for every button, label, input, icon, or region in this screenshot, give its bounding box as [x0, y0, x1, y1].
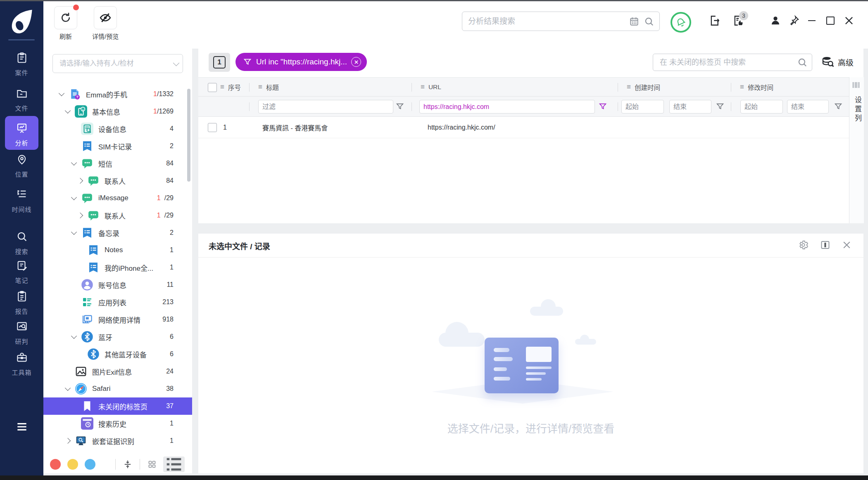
- tag-red-dot[interactable]: [50, 459, 61, 470]
- detail-preview-button[interactable]: 详情/预览: [92, 6, 119, 40]
- funnel-icon[interactable]: [395, 102, 404, 111]
- tree-node[interactable]: 我的iPhone全...1: [43, 259, 192, 276]
- chevron-right-icon[interactable]: [77, 213, 83, 218]
- collapse-all-button[interactable]: [121, 458, 134, 471]
- tree-node[interactable]: 其他蓝牙设备6: [43, 345, 192, 363]
- table-search-input[interactable]: [659, 58, 797, 67]
- sidebar-item-research[interactable]: 研判: [0, 320, 43, 345]
- document-review-icon: 3: [732, 15, 744, 26]
- export-report-button[interactable]: [708, 14, 722, 28]
- tree-scrollbar[interactable]: [187, 89, 190, 182]
- close-panel-icon[interactable]: [841, 239, 854, 252]
- search-icon[interactable]: [644, 16, 654, 27]
- menu-button[interactable]: [0, 420, 43, 433]
- tree-node[interactable]: Notes1: [43, 241, 192, 259]
- column-header-4[interactable]: ≡创建时间: [627, 78, 660, 96]
- drag-grip-icon[interactable]: [853, 82, 859, 88]
- chevron-down-icon[interactable]: [71, 333, 77, 339]
- column-menu-icon: ≡: [740, 83, 744, 91]
- sidebar-item-report[interactable]: 报告: [0, 290, 43, 315]
- minimize-button[interactable]: [805, 14, 819, 28]
- advanced-search-button[interactable]: 高级: [821, 55, 854, 69]
- search-icon[interactable]: [797, 57, 808, 68]
- tree-node[interactable]: Safari38: [43, 380, 192, 397]
- select-all-checkbox[interactable]: [208, 83, 217, 92]
- column-filter-input[interactable]: [258, 100, 393, 113]
- tree-node[interactable]: 联系人84: [43, 172, 192, 189]
- column-settings-label[interactable]: 设置列: [852, 96, 863, 123]
- review-button[interactable]: 3: [731, 14, 745, 28]
- column-header-3[interactable]: ≡URL: [421, 78, 441, 96]
- remove-filter-icon[interactable]: [351, 57, 361, 67]
- tree-node[interactable]: 设备信息4: [43, 120, 192, 137]
- column-header-5[interactable]: ≡修改时间: [740, 78, 773, 96]
- close-window-button[interactable]: [842, 14, 856, 28]
- tree-node[interactable]: SIM卡记录2: [43, 137, 192, 155]
- grid-view-button[interactable]: [146, 458, 158, 471]
- active-filter-tag[interactable]: Url inc "https://racing.hkj...: [235, 53, 367, 71]
- split-panel-icon[interactable]: [820, 239, 832, 252]
- sidebar-item-files[interactable]: 文件: [0, 87, 43, 112]
- row-checkbox[interactable]: [208, 123, 217, 132]
- tag-blue-dot[interactable]: [85, 459, 95, 470]
- tree-node[interactable]: 嵌套证据识别1: [43, 432, 192, 449]
- chevron-down-icon[interactable]: [71, 229, 77, 235]
- sidebar-item-toolbox[interactable]: 工具箱: [0, 351, 43, 376]
- funnel-icon[interactable]: [716, 102, 725, 111]
- url-filter-input[interactable]: [419, 100, 595, 113]
- chevron-right-icon[interactable]: [77, 178, 83, 184]
- pin-window-button[interactable]: [787, 14, 801, 28]
- tree-node[interactable]: 蓝牙6: [43, 328, 192, 345]
- tag-yellow-dot[interactable]: [67, 459, 78, 470]
- column-header-1[interactable]: ≡序号: [220, 78, 241, 96]
- maximize-button[interactable]: [823, 14, 837, 28]
- filter-count-badge[interactable]: 1: [209, 53, 230, 72]
- owner-select[interactable]: [52, 54, 183, 73]
- tree-node[interactable]: 图片Exif信息24: [43, 363, 192, 380]
- list-view-button[interactable]: [163, 456, 185, 472]
- table-row[interactable]: 1賽馬資訊 - 香港賽馬會https://racing.hkjc.com/: [198, 117, 849, 138]
- tree-node[interactable]: 短信84: [43, 155, 192, 172]
- tree-node[interactable]: i基本信息1/1269: [43, 103, 192, 120]
- chevron-down-icon[interactable]: [65, 385, 71, 391]
- refresh-button[interactable]: 刷新: [54, 6, 77, 40]
- tree-node[interactable]: 网络使用详情918: [43, 311, 192, 328]
- tree-node[interactable]: 账号信息11: [43, 276, 192, 293]
- calendar-icon[interactable]: [629, 16, 640, 27]
- sidebar-item-case[interactable]: 案件: [0, 52, 43, 77]
- column-filter-input[interactable]: [669, 100, 711, 113]
- sidebar-item-location[interactable]: 位置: [0, 153, 43, 178]
- advanced-search-icon: [821, 55, 835, 69]
- sidebar-item-timeline[interactable]: 时间线: [0, 188, 43, 213]
- column-filter-input[interactable]: [787, 100, 829, 113]
- gear-icon[interactable]: [798, 239, 810, 252]
- chevron-down-icon[interactable]: [71, 160, 77, 166]
- funnel-icon[interactable]: [598, 102, 607, 111]
- notification-bell-button[interactable]: [671, 12, 691, 33]
- chevron-down-icon[interactable]: [71, 194, 77, 200]
- refresh-label: 刷新: [54, 32, 77, 40]
- sidebar-item-analysis[interactable]: 分析: [0, 122, 43, 147]
- sidebar-item-notes[interactable]: 笔记: [0, 259, 43, 284]
- chevron-down-icon[interactable]: [65, 108, 71, 113]
- user-account-button[interactable]: [768, 14, 782, 28]
- sidebar-item-search[interactable]: 搜索: [0, 230, 43, 255]
- analysis-search-input[interactable]: [467, 17, 629, 26]
- column-header-2[interactable]: ≡标题: [258, 78, 279, 96]
- chevron-right-icon[interactable]: [65, 438, 71, 444]
- tree-node[interactable]: 应用列表213: [43, 293, 192, 311]
- owner-select-input[interactable]: [59, 59, 174, 68]
- tree-node[interactable]: 未关闭的标签页37: [43, 397, 192, 415]
- sidebar-item-label: 分析: [0, 138, 43, 147]
- column-filter-input[interactable]: [621, 100, 664, 113]
- tree-node[interactable]: 搜索历史1: [43, 415, 192, 432]
- tree-node-label: 账号信息: [98, 280, 126, 290]
- tree-node-label: 图片Exif信息: [92, 367, 132, 377]
- tree-node[interactable]: 联系人1/29: [43, 207, 192, 224]
- tree-node[interactable]: iMessage1/29: [43, 189, 192, 207]
- tree-node[interactable]: 备忘录2: [43, 224, 192, 241]
- column-filter-input[interactable]: [740, 100, 783, 113]
- funnel-icon[interactable]: [834, 102, 843, 111]
- tree-node[interactable]: ?Emma的手机1/1332: [43, 85, 192, 103]
- chevron-down-icon[interactable]: [59, 90, 64, 96]
